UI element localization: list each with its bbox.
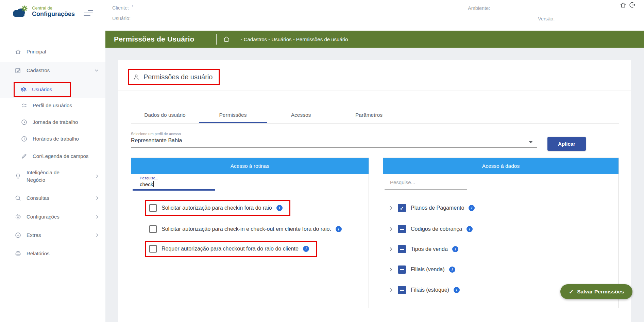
- routines-search-value: check: [140, 181, 153, 187]
- logout-icon[interactable]: [629, 1, 636, 9]
- header-divider: [216, 34, 217, 45]
- sidebar-item-relatorios[interactable]: Relatórios: [0, 246, 105, 261]
- breadcrumb: - Cadastros - Usuários - Permissões de u…: [240, 36, 348, 42]
- checkbox-checked[interactable]: ✓: [398, 204, 406, 212]
- check-icon: ✓: [569, 288, 574, 295]
- home-icon: [14, 48, 22, 55]
- dropdown-arrow-icon[interactable]: [529, 141, 533, 143]
- info-icon[interactable]: i: [336, 226, 342, 232]
- sidebar-item-usuarios[interactable]: Usuários: [14, 82, 71, 97]
- data-row: Códigos de cobrança i: [383, 221, 618, 237]
- info-icon[interactable]: i: [276, 205, 283, 211]
- cloud-gear-logo-icon: [10, 4, 29, 18]
- checkbox-indeterminate[interactable]: [398, 286, 406, 294]
- sidebar-item-configuracoes[interactable]: Configurações: [0, 209, 105, 224]
- data-label: Filiais (estoque): [411, 287, 449, 293]
- card-title: Permissões de usuário: [143, 73, 213, 81]
- tab-parametros[interactable]: Parâmetros: [335, 108, 403, 124]
- divider: [118, 91, 631, 91]
- annotation-box-title: Permissões de usuário: [128, 69, 220, 85]
- app-logo: Central de Configurações: [10, 4, 75, 18]
- permission-row-content: Solicitar autorização para check-in e ch…: [131, 221, 342, 237]
- routines-search-underline: [133, 189, 215, 191]
- checkbox-indeterminate[interactable]: [398, 225, 406, 233]
- profile-select-underline: [131, 147, 537, 148]
- usuario-label: Usuário:: [112, 16, 131, 21]
- sidebar-item-perfil-de-usuarios[interactable]: Perfil de usuários: [0, 98, 105, 113]
- chevron-right-icon[interactable]: [389, 206, 392, 210]
- data-search-underline: [385, 189, 467, 190]
- pen-icon: [20, 153, 28, 160]
- annotation-box: Solicitar autorização para checkin fora …: [145, 200, 290, 216]
- sidebar-item-cadastros[interactable]: Cadastros: [0, 63, 105, 78]
- tab-permissoes[interactable]: Permissões: [199, 108, 267, 124]
- logo-line2: Configurações: [32, 11, 75, 17]
- sidebar-item-principal[interactable]: Principal: [0, 44, 105, 59]
- sidebar-item-label: Configurações: [27, 213, 60, 221]
- tab-bar-underline: [131, 123, 619, 124]
- clock-icon: [20, 119, 28, 126]
- chevron-right-icon[interactable]: [389, 247, 392, 252]
- sidebar-item-extras[interactable]: Extras: [0, 228, 105, 243]
- info-icon[interactable]: i: [469, 205, 475, 211]
- permission-label: Requer autorização para checkout fora do…: [162, 246, 299, 252]
- sidebar-item-inteligencia-de-negocio[interactable]: Inteligência de Negócio: [0, 167, 105, 186]
- page-header: Permissões de Usuário - Cadastros - Usuá…: [105, 31, 644, 48]
- breadcrumb-home-icon[interactable]: [223, 35, 230, 43]
- sidebar-item-label: Horários de trabalho: [33, 135, 79, 143]
- content-card: Permissões de usuário Dados do usuário P…: [118, 60, 631, 322]
- chevron-right-icon[interactable]: [389, 288, 392, 292]
- chevron-right-icon: [96, 215, 99, 219]
- sidebar-item-horarios-de-trabalho[interactable]: Horários de trabalho: [0, 131, 105, 146]
- home-icon[interactable]: [620, 1, 627, 9]
- tab-dados-do-usuario[interactable]: Dados do usuário: [131, 108, 199, 124]
- printer-icon: [14, 250, 22, 257]
- checkbox-unchecked[interactable]: [149, 245, 157, 253]
- info-icon[interactable]: i: [454, 287, 460, 293]
- app-window: Central de Configurações Cliente: ' Usuá…: [0, 0, 644, 322]
- chevron-right-icon[interactable]: [389, 227, 392, 231]
- info-icon[interactable]: i: [303, 246, 309, 252]
- sidebar-item-label: Perfil de usuários: [33, 102, 72, 109]
- data-row: Tipos de venda i: [383, 241, 618, 257]
- apply-button[interactable]: Aplicar: [547, 137, 586, 151]
- routines-search-input[interactable]: check: [140, 181, 154, 187]
- cliente-value: ': [132, 4, 133, 10]
- info-icon[interactable]: i: [467, 226, 473, 232]
- users-icon: [20, 86, 27, 93]
- sidebar-item-label: Cor/Legenda de campos: [33, 152, 88, 160]
- chevron-right-icon[interactable]: [389, 267, 392, 272]
- checkbox-indeterminate[interactable]: [398, 265, 406, 274]
- checkbox-indeterminate[interactable]: [398, 245, 406, 253]
- chevron-right-icon: [96, 196, 99, 200]
- checkbox-unchecked[interactable]: [149, 225, 157, 233]
- sidebar-item-cor-legenda-de-campos[interactable]: Cor/Legenda de campos: [0, 149, 105, 164]
- save-permissions-button[interactable]: ✓ Salvar Permissões: [560, 284, 632, 299]
- sidebar-item-label: Jornada de trabalho: [33, 118, 78, 126]
- edit-icon: [14, 67, 22, 74]
- routines-panel: Acesso à rotinas Pesquise... check Solic…: [131, 158, 369, 308]
- chevron-right-icon: [96, 233, 99, 237]
- menu-icon[interactable]: [84, 10, 93, 16]
- data-search-input[interactable]: [390, 179, 465, 185]
- sidebar-item-label: Usuários: [32, 86, 52, 93]
- sidebar-item-label: Inteligência de Negócio: [27, 169, 74, 184]
- data-label: Códigos de cobrança: [411, 226, 462, 232]
- chevron-down-icon: [95, 69, 99, 72]
- search-icon: [14, 195, 22, 202]
- sidebar-item-jornada-de-trabalho[interactable]: Jornada de trabalho: [0, 115, 105, 130]
- ambiente-label: Ambiente:: [468, 5, 490, 11]
- permission-row: Requer autorização para checkout fora do…: [131, 241, 369, 257]
- permission-label: Solicitar autorização para check-in e ch…: [162, 226, 331, 232]
- tab-acessos[interactable]: Acessos: [267, 108, 335, 124]
- routines-search-label: Pesquise...: [140, 176, 158, 180]
- profile-select[interactable]: Representante Bahia: [131, 138, 182, 144]
- person-icon: [133, 74, 139, 80]
- permission-row: Solicitar autorização para check-in e ch…: [131, 221, 369, 237]
- logo-line1: Central de: [32, 5, 75, 11]
- info-icon[interactable]: i: [449, 267, 455, 273]
- checkbox-unchecked[interactable]: [149, 204, 157, 212]
- plus-circle-icon: [14, 232, 22, 239]
- info-icon[interactable]: i: [452, 246, 458, 252]
- sidebar-item-consultas[interactable]: Consultas: [0, 191, 105, 206]
